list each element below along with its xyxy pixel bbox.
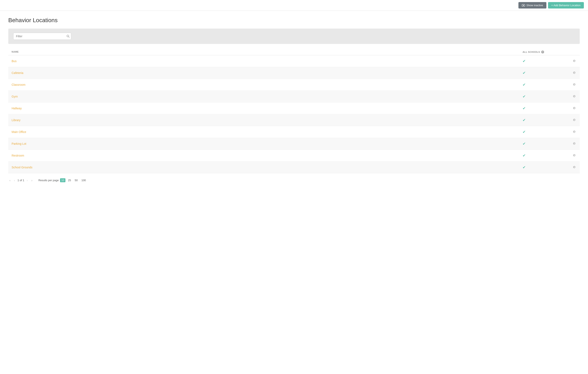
svg-point-1	[523, 5, 524, 6]
settings-gear-button[interactable]	[571, 70, 577, 76]
settings-gear-button[interactable]	[571, 58, 577, 64]
all-schools-checkmark: ✔	[523, 94, 526, 99]
settings-gear-button[interactable]	[571, 94, 577, 99]
page-title: Behavior Locations	[8, 17, 580, 24]
table-row: School Grounds ✔	[8, 161, 580, 173]
settings-gear-button[interactable]	[571, 164, 577, 170]
all-schools-checkmark: ✔	[523, 153, 526, 158]
row-name-main-office[interactable]: Main Office	[11, 130, 26, 134]
table-row: Restroom ✔	[8, 150, 580, 161]
gear-icon	[572, 106, 576, 109]
table-row: Main Office ✔	[8, 126, 580, 138]
gear-icon	[572, 83, 576, 86]
all-schools-checkmark: ✔	[523, 59, 526, 63]
next-page-button[interactable]: ›	[26, 179, 29, 182]
table-row: Hallway ✔	[8, 103, 580, 114]
settings-gear-button[interactable]	[571, 153, 577, 159]
gear-icon	[572, 71, 576, 74]
all-schools-checkmark: ✔	[523, 82, 526, 87]
prev-page-button[interactable]: ‹	[13, 179, 16, 182]
gear-icon	[572, 142, 576, 145]
show-inactive-button[interactable]: Show inactive	[518, 2, 546, 9]
all-schools-checkmark: ✔	[523, 118, 526, 122]
table-header: NAME ALL SCHOOLS ?	[8, 49, 580, 55]
row-name-classroom[interactable]: Classroom	[11, 83, 25, 86]
gear-icon	[572, 59, 576, 62]
table-row: Library ✔	[8, 114, 580, 126]
first-page-button[interactable]: «	[8, 179, 11, 182]
all-schools-checkmark: ✔	[523, 71, 526, 75]
row-name-hallway[interactable]: Hallway	[11, 107, 22, 110]
table-row: Classroom ✔	[8, 79, 580, 91]
column-header-all-schools: ALL SCHOOLS ?	[523, 51, 564, 53]
all-schools-checkmark: ✔	[523, 130, 526, 134]
gear-icon	[572, 153, 576, 157]
all-schools-checkmark: ✔	[523, 141, 526, 146]
pagination: « ‹ 1 of 1 › » Results per page 10 25 50…	[8, 173, 580, 184]
search-icon	[67, 35, 70, 38]
filter-input[interactable]	[13, 33, 71, 40]
gear-icon	[572, 130, 576, 133]
table-row: Parking Lot ✔	[8, 138, 580, 150]
eye-icon	[522, 4, 525, 7]
page-content: Behavior Locations NAME ALL SCHOOLS ?	[0, 11, 588, 190]
column-header-name: NAME	[11, 51, 523, 53]
results-per-page: Results per page 10 25 50 100	[38, 178, 87, 182]
row-name-cafeteria[interactable]: Cafeteria	[11, 71, 23, 75]
per-page-10-button[interactable]: 10	[60, 178, 65, 182]
settings-gear-button[interactable]	[571, 129, 577, 135]
table-row: Gym ✔	[8, 91, 580, 103]
svg-line-3	[69, 37, 69, 37]
row-name-school-grounds[interactable]: School Grounds	[11, 166, 32, 169]
table-body: Bus ✔ Cafeteria ✔	[8, 55, 580, 173]
gear-icon	[572, 165, 576, 169]
row-name-parking-lot[interactable]: Parking Lot	[11, 142, 26, 145]
search-button[interactable]	[67, 35, 70, 38]
row-name-library[interactable]: Library	[11, 118, 21, 122]
settings-gear-button[interactable]	[571, 82, 577, 88]
table-section: NAME ALL SCHOOLS ? Bus ✔	[8, 49, 580, 173]
all-schools-checkmark: ✔	[523, 165, 526, 170]
settings-gear-button[interactable]	[571, 117, 577, 123]
per-page-50-button[interactable]: 50	[74, 178, 79, 182]
page-info: 1 of 1	[17, 179, 24, 182]
filter-input-wrapper	[13, 33, 71, 40]
gear-icon	[572, 95, 576, 98]
add-behavior-location-button[interactable]: + Add Behavior Location	[548, 2, 584, 9]
column-header-actions	[564, 51, 577, 53]
per-page-100-button[interactable]: 100	[80, 178, 87, 182]
all-schools-checkmark: ✔	[523, 106, 526, 111]
table-row: Bus ✔	[8, 55, 580, 67]
settings-gear-button[interactable]	[571, 105, 577, 111]
row-name-bus[interactable]: Bus	[11, 59, 17, 63]
filter-bar	[8, 29, 580, 44]
gear-icon	[572, 118, 576, 121]
row-name-restroom[interactable]: Restroom	[11, 154, 24, 157]
row-name-gym[interactable]: Gym	[11, 95, 18, 98]
settings-gear-button[interactable]	[571, 141, 577, 147]
table-row: Cafeteria ✔	[8, 67, 580, 79]
all-schools-help-icon[interactable]: ?	[541, 51, 544, 53]
top-bar: Show inactive + Add Behavior Location	[0, 0, 588, 11]
per-page-25-button[interactable]: 25	[67, 178, 72, 182]
last-page-button[interactable]: »	[30, 179, 33, 182]
